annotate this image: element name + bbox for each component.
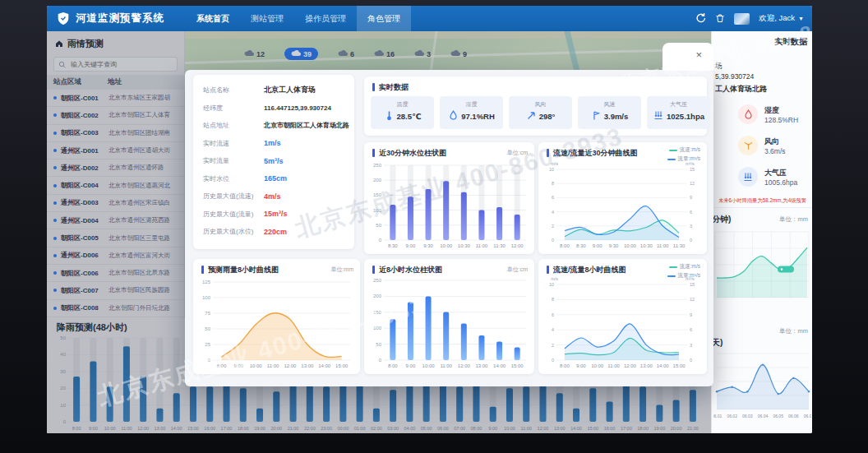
weather-chip[interactable]: 16: [374, 49, 395, 58]
station-id: 朝阳区-C001: [61, 94, 108, 103]
svg-text:19:00: 19:00: [254, 426, 265, 431]
app-title: 河道监测预警系统: [76, 12, 164, 25]
station-address: 北京市通州区宋庄镇白: [108, 199, 178, 207]
svg-text:16:00: 16:00: [604, 426, 616, 431]
svg-text:15: 15: [690, 167, 695, 172]
station-address: 北京市通州区潞苑西路: [108, 216, 178, 224]
svg-text:3: 3: [690, 343, 692, 348]
svg-text:17:00: 17:00: [621, 426, 632, 431]
refresh-icon[interactable]: [695, 12, 706, 26]
title-bar-accent: [547, 149, 549, 157]
sensor-card: 大气压1005.6hpa: [712, 161, 812, 192]
svg-text:250: 250: [373, 163, 382, 168]
svg-text:19:00: 19:00: [653, 426, 665, 431]
svg-text:30: 30: [60, 369, 66, 374]
wind-speed-icon: [591, 110, 602, 122]
station-row[interactable]: 朝阳区-C004北京市朝阳区通惠河北: [47, 177, 184, 194]
station-row[interactable]: 朝阳区-C008北京朝阳门外日坛北路: [47, 300, 184, 317]
station-row[interactable]: 朝阳区-C002北京市朝阳区工人体育: [47, 107, 184, 124]
station-address: 北京市通州区富河大街: [108, 252, 178, 260]
trash-icon[interactable]: [715, 12, 725, 26]
svg-text:11:00: 11:00: [521, 426, 532, 431]
station-row[interactable]: 通州区-D002北京市通州区通怀路: [47, 159, 184, 177]
minutes-rain-chart: [713, 227, 810, 309]
avatar[interactable]: [734, 13, 750, 25]
station-row[interactable]: 朝阳区-C003北京市朝阳区团结湖南: [47, 125, 184, 142]
svg-text:21:00: 21:00: [687, 426, 699, 431]
sensor-value: 3.6m/s: [764, 147, 786, 155]
nav-item[interactable]: 系统首页: [186, 6, 240, 31]
nav-item[interactable]: 角色管理: [357, 6, 411, 31]
svg-text:10: 10: [549, 167, 554, 172]
chevron-down-icon: ▼: [798, 16, 804, 21]
station-row[interactable]: 通州区-D001北京市通州区通胡大街: [47, 142, 184, 159]
station-row[interactable]: 朝阳区-C005北京市朝阳区三里屯路: [47, 229, 184, 247]
user-menu[interactable]: 欢迎, Jack ▼: [759, 13, 804, 24]
station-address: 北京市朝阳区三里屯路: [108, 234, 178, 243]
info-label: 历史最大值(流量): [203, 210, 264, 219]
sensor-label: 湿度: [764, 105, 798, 116]
weather-chip-bar: 123961639: [244, 48, 467, 60]
info-label: 站点地址: [203, 121, 264, 130]
svg-text:2: 2: [552, 224, 554, 229]
svg-text:10: 10: [60, 403, 66, 408]
weather-chip[interactable]: 6: [338, 49, 354, 58]
main-menu: 系统首页测站管理操作员管理角色管理: [186, 6, 411, 31]
map-texture: [185, 31, 711, 39]
weather-chip-value: 39: [303, 50, 312, 58]
station-row[interactable]: 通州区-D006北京市通州区富河大街: [47, 247, 184, 265]
svg-text:6: 6: [690, 210, 692, 215]
station-address: 北京市通州区通怀路: [108, 164, 178, 172]
info-value: 1m/s: [264, 139, 281, 147]
info-value: 北京工人体育场: [264, 85, 316, 95]
station-row[interactable]: 通州区-D003北京市通州区宋庄镇白: [47, 195, 184, 212]
svg-text:10: 10: [549, 282, 554, 287]
svg-text:50: 50: [60, 335, 66, 340]
svg-text:22:00: 22:00: [304, 426, 316, 431]
stat-tile: 温度28.5℃: [371, 96, 434, 129]
title-bar-accent: [372, 83, 375, 91]
legend-label: 流速:m/s: [680, 146, 700, 154]
svg-text:15:00: 15:00: [511, 363, 524, 368]
station-id: 朝阳区-C004: [61, 181, 108, 190]
weather-chip[interactable]: 3: [414, 49, 431, 58]
title-bar-accent: [547, 266, 549, 274]
station-address: 北京市东城区王家园胡: [108, 94, 178, 102]
svg-text:75: 75: [205, 311, 210, 316]
station-address: 北京朝阳门外日坛北路: [108, 304, 178, 312]
svg-text:8: 8: [552, 181, 554, 186]
station-row[interactable]: 朝阳区-C007北京市朝阳区民族园路: [47, 282, 184, 299]
svg-text:12:00: 12:00: [284, 363, 297, 368]
svg-text:14:00: 14:00: [570, 426, 582, 431]
info-label: 实时流量: [203, 156, 264, 165]
monitor-photo: 河道监测预警系统 系统首页测站管理操作员管理角色管理 欢迎, Jack ▼ 12…: [0, 0, 868, 453]
level8-unit: 单位:cm: [507, 265, 528, 274]
weather-chip[interactable]: 9: [450, 49, 467, 58]
svg-text:13:00: 13:00: [640, 363, 653, 368]
info-label: 站点名称: [203, 86, 264, 95]
nav-item[interactable]: 操作员管理: [294, 6, 357, 31]
svg-text:4: 4: [552, 210, 554, 215]
station-row[interactable]: 朝阳区-C001北京市东城区王家园胡: [47, 90, 184, 107]
nav-item[interactable]: 测站管理: [240, 6, 294, 31]
svg-text:14:00: 14:00: [171, 426, 182, 431]
weather-chip[interactable]: 12: [244, 49, 265, 58]
realtime-data-card: 实时数据 温度28.5℃湿度97.1%RH风向298°风速3.9m/s大气压10…: [364, 76, 707, 136]
info-value: 5m³/s: [264, 157, 284, 165]
svg-text:06:00: 06:00: [437, 426, 449, 431]
station-dot-icon: [53, 254, 57, 257]
info-value: 220cm: [264, 228, 287, 236]
stat-tile-value: 28.5℃: [371, 110, 434, 122]
weather-chip[interactable]: 39: [284, 48, 318, 60]
search-icon: [58, 57, 66, 72]
pressure-icon: [653, 110, 664, 122]
info-label: 实时水位: [203, 174, 264, 183]
search-input[interactable]: [69, 60, 168, 69]
station-id: 朝阳区-C002: [61, 111, 108, 120]
rain8-title: 预测雨量8小时曲线图: [208, 265, 279, 275]
close-icon[interactable]: ×: [695, 49, 702, 61]
station-row[interactable]: 朝阳区-C006北京市朝阳区北辰东路: [47, 265, 184, 282]
column-station: 站点区域: [53, 77, 108, 87]
info-row: 实时水位165cm: [203, 170, 354, 188]
station-row[interactable]: 通州区-D004北京市通州区潞苑西路: [47, 212, 184, 229]
